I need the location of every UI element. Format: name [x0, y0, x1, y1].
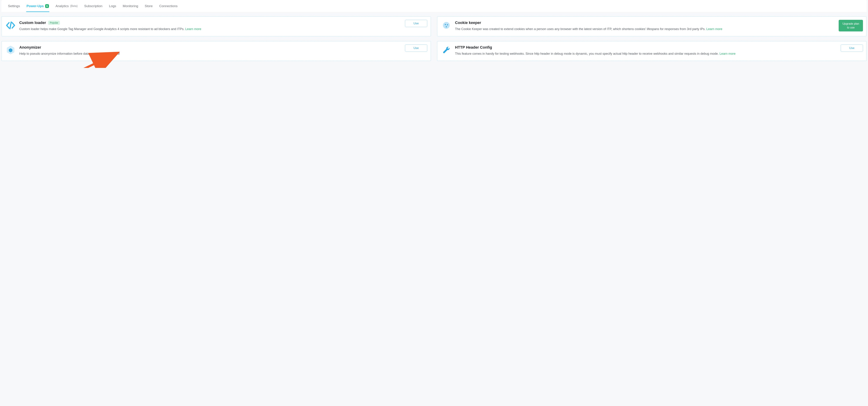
tab-settings-label: Settings [8, 4, 20, 8]
tab-powerups[interactable]: Power-Ups 6 [26, 3, 49, 12]
tab-powerups-badge: 6 [45, 4, 49, 8]
tab-logs-label: Logs [109, 4, 116, 8]
tab-analytics-sub: (Beta) [70, 4, 78, 8]
card-anonymizer: Anonymizer Help to pseudo anonymize info… [1, 41, 431, 61]
wrench-icon [441, 45, 451, 55]
svg-point-4 [446, 26, 447, 27]
learn-more-link[interactable]: Learn more [706, 27, 722, 31]
card-cookie-keeper: Cookie keeper The Cookie Keeper was crea… [437, 17, 867, 36]
learn-more-link[interactable]: Learn more [185, 27, 201, 31]
card-custom-loader: Custom loader Popular Custom loader help… [1, 17, 431, 36]
tab-powerups-label: Power-Ups [27, 4, 44, 8]
card-desc: Custom loader helps make Google Tag Mana… [19, 27, 401, 32]
cards-grid: Custom loader Popular Custom loader help… [1, 17, 867, 61]
card-http-header: HTTP Header Config This feature comes in… [437, 41, 867, 61]
cookie-icon [441, 21, 451, 30]
svg-line-0 [10, 22, 11, 29]
card-title: Cookie keeper [455, 21, 481, 25]
svg-point-3 [447, 24, 448, 26]
tab-connections-label: Connections [159, 4, 178, 8]
card-desc: The Cookie Keeper was created to extend … [455, 27, 836, 32]
tab-monitoring[interactable]: Monitoring [122, 3, 138, 12]
tab-store-label: Store [145, 4, 153, 8]
use-button[interactable]: Use [405, 20, 427, 27]
popular-badge: Popular [48, 21, 60, 25]
tab-settings[interactable]: Settings [8, 3, 20, 12]
card-title: HTTP Header Config [455, 45, 492, 50]
upgrade-button[interactable]: Upgrade plan to use [839, 20, 863, 31]
card-title: Custom loader [19, 21, 46, 25]
tab-subscription-label: Subscription [84, 4, 102, 8]
code-icon [6, 21, 16, 30]
hexagon-icon [6, 45, 16, 55]
card-desc-text: This feature comes in handy for testing … [455, 52, 720, 55]
use-button[interactable]: Use [405, 44, 427, 52]
card-desc: This feature comes in handy for testing … [455, 52, 836, 56]
learn-more-link[interactable]: Learn more [720, 52, 736, 55]
tab-monitoring-label: Monitoring [123, 4, 138, 8]
tabs-nav: Settings Power-Ups 6 Analytics (Beta) Su… [1, 0, 867, 12]
card-desc-text: The Cookie Keeper was created to extend … [455, 27, 706, 31]
card-desc: Help to pseudo anonymize information bef… [19, 52, 401, 56]
svg-point-1 [443, 22, 450, 29]
tab-logs[interactable]: Logs [109, 3, 117, 12]
tab-subscription[interactable]: Subscription [84, 3, 103, 12]
svg-point-2 [445, 24, 446, 25]
tab-connections[interactable]: Connections [159, 3, 178, 12]
card-desc-text: Custom loader helps make Google Tag Mana… [19, 27, 185, 31]
tab-analytics[interactable]: Analytics (Beta) [55, 3, 78, 12]
tab-store[interactable]: Store [145, 3, 153, 12]
card-desc-text: Help to pseudo anonymize information bef… [19, 52, 120, 55]
tab-analytics-label: Analytics [56, 4, 69, 8]
use-button[interactable]: Use [841, 44, 863, 52]
card-title: Anonymizer [19, 45, 41, 50]
